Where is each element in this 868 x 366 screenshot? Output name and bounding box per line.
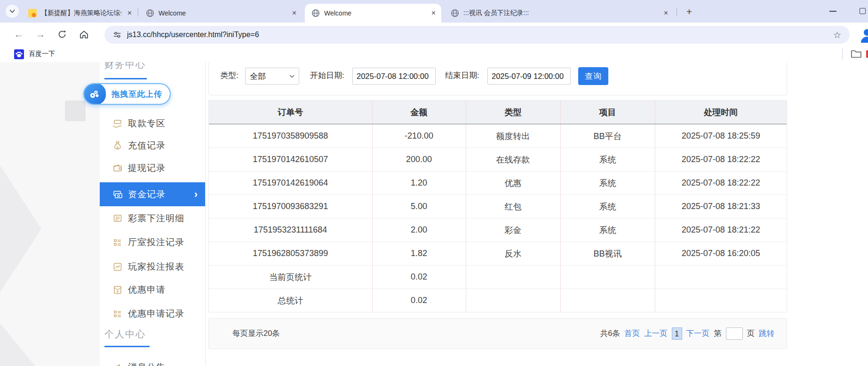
- page-suffix-label: 页: [747, 328, 755, 339]
- grid-list-icon: [112, 309, 123, 319]
- sidebar-item-label: 充值记录: [128, 140, 166, 152]
- address-bar[interactable]: js13.cc/hhcp/usercenter.html?iniType=6 ☆: [104, 26, 850, 44]
- column-header-order-no: 订单号: [209, 101, 372, 124]
- url-text[interactable]: js13.cc/hhcp/usercenter.html?iniType=6: [127, 31, 259, 39]
- page-number-input[interactable]: [726, 327, 743, 340]
- sidebar-item-label: 提现记录: [128, 162, 166, 174]
- table-row: 17519700936832915.00红包系统2025-07-08 18:21…: [209, 195, 787, 218]
- reload-icon: [57, 30, 67, 39]
- sidebar-item-lottery-bet-details[interactable]: 彩票下注明细: [100, 207, 205, 230]
- cell-empty: [655, 289, 787, 312]
- sidebar-item-label: 玩家投注报表: [128, 261, 184, 273]
- cell-order-no: 1751970093683291: [209, 195, 372, 218]
- bookmarks-folder-icon[interactable]: [851, 49, 862, 58]
- sidebar-item-recharge-records[interactable]: ¥ 充值记录: [100, 134, 205, 157]
- home-button[interactable]: [77, 28, 90, 41]
- cell-amount: 1.20: [372, 171, 466, 195]
- watermark-triangle: [0, 323, 37, 366]
- tab-video-records[interactable]: :::视讯 会员下注纪录::: ×: [444, 4, 674, 23]
- money-bag-icon: ¥: [112, 140, 123, 151]
- table-summary-row: 总统计0.02: [209, 289, 787, 312]
- cell-time: 2025-07-08 18:22:22: [655, 171, 787, 195]
- tab-welcome-active[interactable]: Welcome ×: [305, 4, 441, 23]
- drag-upload-overlay[interactable]: 拖拽至此上传: [83, 83, 171, 105]
- bookmark-baidu[interactable]: 百度一下: [14, 48, 55, 60]
- sidebar-item-fund-records[interactable]: 资金记录 ›: [100, 182, 205, 206]
- table-header-row: 订单号 金额 类型 项目 处理时间: [209, 101, 787, 124]
- cell-empty: [466, 265, 560, 289]
- sidebar-item-player-bet-report[interactable]: 玩家投注报表: [100, 255, 205, 279]
- type-select[interactable]: 全部: [245, 68, 299, 85]
- sidebar-item-promo-apply[interactable]: ¥ 优惠申请: [100, 278, 205, 302]
- cell-type: 额度转出: [466, 124, 560, 148]
- end-date-input[interactable]: [487, 68, 571, 85]
- upload-overlay-label: 拖拽至此上传: [106, 89, 170, 100]
- tab-close-icon[interactable]: ×: [431, 9, 436, 17]
- cell-empty: [466, 289, 560, 312]
- table-row: 1751970358909588-210.00额度转出BB平台2025-07-0…: [209, 124, 787, 148]
- sidebar-item-hall-bet-records[interactable]: 厅室投注记录: [100, 231, 205, 254]
- cell-type: 在线存款: [466, 148, 560, 171]
- cell-time: 2025-07-08 16:20:05: [655, 242, 787, 265]
- current-page-badge[interactable]: 1: [672, 327, 682, 340]
- per-page-label: 每页显示20条: [232, 328, 280, 339]
- profile-avatar[interactable]: [859, 27, 868, 43]
- window-maximize-button[interactable]: [860, 8, 866, 14]
- tab-welcome-1[interactable]: Welcome ×: [139, 4, 302, 23]
- jump-link[interactable]: 跳转: [759, 328, 774, 339]
- cell-empty: [560, 289, 655, 312]
- sidebar-item-promo-apply-records[interactable]: 优惠申请记录: [100, 302, 205, 326]
- hand-money-icon: [112, 118, 123, 129]
- tab-close-icon[interactable]: ×: [664, 9, 668, 17]
- new-tab-button[interactable]: +: [683, 6, 695, 18]
- start-date-input[interactable]: [352, 68, 436, 85]
- table-row: 1751970142610507200.00在线存款系统2025-07-08 1…: [209, 148, 787, 171]
- cell-time: 2025-07-08 18:21:33: [655, 195, 787, 218]
- next-page-link[interactable]: 下一页: [686, 328, 710, 339]
- column-header-type: 类型: [466, 101, 560, 124]
- table-row: 17519701426190641.20优惠系统2025-07-08 18:22…: [209, 171, 787, 195]
- tab-close-icon[interactable]: ×: [127, 9, 132, 17]
- table-summary-row: 当前页统计0.02: [209, 265, 787, 289]
- sidebar: 财务中心 ¥ 存款专区 取款专区 ¥ 充值记录 提现记录: [100, 62, 206, 366]
- prev-page-link[interactable]: 上一页: [644, 328, 668, 339]
- tab-forum[interactable]: 【新提醒】海燕策略论坛综合交 ×: [22, 4, 137, 23]
- person-icon: [859, 27, 868, 43]
- cell-summary-label: 总统计: [209, 289, 372, 312]
- cell-project: 系统: [560, 148, 655, 171]
- cell-project: 系统: [560, 195, 655, 218]
- chevron-right-icon: ›: [194, 188, 198, 201]
- tab-title: Welcome: [324, 9, 351, 17]
- window-minimize-button[interactable]: [829, 11, 836, 12]
- end-date-label: 结束日期:: [445, 70, 479, 81]
- table-row: 17519532311116842.00彩金系统2025-07-08 18:21…: [209, 218, 787, 242]
- search-button[interactable]: 查询: [578, 67, 608, 85]
- cell-amount: 2.00: [372, 218, 466, 242]
- sidebar-item-withdraw-records[interactable]: 提现记录: [100, 156, 205, 180]
- cell-empty: [560, 265, 655, 289]
- reload-button[interactable]: [56, 28, 69, 41]
- forward-button[interactable]: →: [34, 28, 47, 41]
- first-page-link[interactable]: 首页: [624, 328, 640, 339]
- tab-search-button[interactable]: [6, 5, 19, 18]
- wallet-icon: [112, 163, 123, 173]
- sidebar-item-label: 资金记录: [128, 188, 166, 201]
- cell-amount: -210.00: [372, 124, 466, 148]
- back-button[interactable]: ←: [12, 28, 25, 41]
- tab-close-icon[interactable]: ×: [292, 9, 296, 17]
- cell-order-no: 1751962805373899: [209, 242, 372, 265]
- bookmark-star-icon[interactable]: ☆: [833, 30, 841, 40]
- bookmark-favicon-partial[interactable]: [866, 50, 868, 58]
- cell-type: 反水: [466, 242, 560, 265]
- sidebar-item-announcements[interactable]: 消息公告: [100, 356, 205, 366]
- web-page: 财务中心 ¥ 存款专区 取款专区 ¥ 充值记录 提现记录: [0, 62, 868, 366]
- site-settings-icon[interactable]: [113, 31, 121, 39]
- cell-order-no: 1751970142610507: [209, 148, 372, 171]
- globe-icon: [451, 9, 459, 17]
- document-list-icon: [112, 213, 123, 224]
- column-header-amount: 金额: [372, 101, 466, 124]
- sidebar-item-withdraw-zone[interactable]: 取款专区: [100, 112, 205, 135]
- cell-type: 红包: [466, 195, 560, 218]
- funds-record-table: 订单号 金额 类型 项目 处理时间 1751970358909588-210.0…: [208, 100, 787, 312]
- forum-favicon-icon: [28, 9, 37, 17]
